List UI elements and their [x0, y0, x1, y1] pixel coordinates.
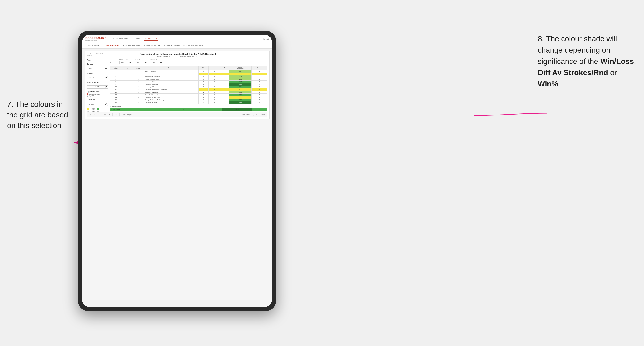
legend-level-circle	[92, 108, 95, 110]
table-row: 6 - 2 Florida State University 4 2 0 1.8…	[110, 78, 268, 80]
col-win: Win	[198, 65, 209, 70]
filters-area: Opponents: Conference (All) Region (	[110, 59, 268, 64]
cell-tie: 0	[220, 91, 229, 93]
cell-win: 3	[198, 101, 209, 104]
nav-teams[interactable]: TEAMS	[132, 37, 142, 41]
pause-btn[interactable]: ⏸	[108, 113, 110, 116]
cell-rounds: 8	[252, 86, 268, 88]
cell-tie: 0	[220, 73, 229, 75]
radio-top-100[interactable]: Top 100	[87, 95, 108, 97]
table-row: 8 - 2 University of Washington 1 0 0 3.6…	[110, 80, 268, 83]
undo-btn[interactable]: ↩	[89, 113, 91, 116]
cell-conf: 1	[132, 93, 144, 96]
tab-team-h2h-heatmap[interactable]: TEAM H2H HEATMAP	[120, 43, 142, 48]
cell-diff: 1.67	[230, 70, 252, 73]
redo-btn[interactable]: ↪	[93, 113, 96, 116]
ood-tie: 0	[206, 108, 222, 111]
clock-btn[interactable]: 🕐	[114, 113, 118, 116]
tab-team-h2h-grid[interactable]: TEAM H2H GRID	[103, 43, 120, 48]
cell-rounds: 2	[252, 83, 268, 86]
cell-conf: 4	[132, 99, 144, 101]
opponent-filter-label: Opponent	[150, 59, 163, 60]
out-of-division-label: Out of division	[110, 106, 268, 108]
school-label: School (Rank)	[87, 81, 108, 83]
opponent-dropdown[interactable]: (All)	[150, 61, 163, 64]
cell-opponent: University of Oklahoma	[144, 96, 198, 99]
radio-group: Opponents Played Top 100	[87, 93, 108, 97]
cell-opponent: Florida State University	[144, 78, 198, 80]
ood-division: NCAA Division II	[110, 108, 176, 111]
cell-win: 3	[198, 96, 209, 99]
table-row: 11 - 6 University of Arkansas, Fayettevi…	[110, 88, 268, 91]
cell-loss: 0	[209, 99, 220, 101]
cell-diff: 5.56	[230, 93, 252, 96]
colour-by-dropdown[interactable]: Win/Loss	[87, 103, 108, 106]
share-btn[interactable]: ↗ Share	[259, 114, 265, 116]
table-row: 12 - 3 University of Virginia 1 0 0 2.33…	[110, 91, 268, 93]
cell-tie: 0	[220, 83, 229, 86]
col-loss: Loss	[209, 65, 220, 70]
opponent-view-label: Opponent View	[87, 91, 108, 93]
legend-up-label: Up	[97, 111, 99, 112]
cell-rank: 11	[110, 88, 122, 91]
arrow-right-icon	[474, 104, 550, 123]
comment-btn[interactable]: 💬	[252, 114, 254, 116]
view-label: View: Original	[122, 114, 132, 116]
cell-opponent: University of Virginia	[144, 91, 198, 93]
h2h-table: #Rank #Reg #Conf Opponent Win Loss Tie D…	[110, 65, 268, 104]
tab-player-h2h-grid[interactable]: PLAYER H2H GRID	[162, 43, 182, 48]
logo-title: SCOREBOARD	[86, 37, 106, 40]
cell-loss: 2	[209, 78, 220, 80]
cell-tie: 0	[220, 99, 229, 101]
cell-win: 5	[198, 75, 209, 78]
copy-btn[interactable]: ⧉	[104, 113, 106, 116]
region-filter: Region (All)	[135, 59, 148, 64]
table-row: 3 - 2 Vanderbilt University 0 4 0 -2.29 …	[110, 73, 268, 75]
cell-loss: 1	[209, 88, 220, 91]
cell-reg: -	[122, 73, 132, 75]
tab-team-summary[interactable]: TEAM SUMMARY	[84, 43, 103, 48]
cell-rounds: 9	[252, 96, 268, 99]
cell-reg: -	[122, 80, 132, 83]
back-btn[interactable]: ↤	[98, 113, 100, 116]
cell-tie: 0	[220, 80, 229, 83]
radio-dot-1	[87, 93, 88, 95]
division-dropdown[interactable]: NCAA Division I	[87, 76, 108, 79]
conference-filter-label: Conference	[120, 59, 132, 60]
annotation-right-bold3: Win%	[538, 80, 558, 88]
cell-rank: 14	[110, 96, 122, 99]
table-row: 15 - 4 Georgia Institute of Technology 5…	[110, 99, 268, 101]
radio-opponents-played[interactable]: Opponents Played	[87, 93, 108, 95]
region-dropdown[interactable]: (All)	[135, 61, 148, 64]
tab-player-summary[interactable]: PLAYER SUMMARY	[142, 43, 162, 48]
table-row: 4 - 1 Arizona State University 5 1 0 2.2…	[110, 75, 268, 78]
cell-rounds: 12	[252, 78, 268, 80]
cell-conf: 3	[132, 91, 144, 93]
table-row: 13 - 1 Texas Tech University 3 0 0 5.56 …	[110, 93, 268, 96]
cell-win: 1	[198, 80, 209, 83]
cell-win: 2	[198, 70, 209, 73]
report-title: University of North Carolina Head-to-Hea…	[103, 53, 253, 55]
cell-opponent: University of Arkansas, Fayetteville	[144, 88, 198, 91]
legend-down-label: Down	[87, 111, 90, 112]
cell-opponent: Georgia Institute of Technology	[144, 99, 198, 101]
conference-dropdown[interactable]: (All)	[120, 61, 132, 64]
gender-dropdown[interactable]: Men's	[87, 67, 108, 70]
cell-rank: 10	[110, 86, 122, 88]
share-network-btn[interactable]: ⌗	[256, 114, 257, 116]
nav-committee[interactable]: COMMITTEE	[144, 37, 159, 41]
tab-player-h2h-heatmap[interactable]: PLAYER H2H HEATMAP	[182, 43, 205, 48]
tablet-screen: SCOREBOARD Powered by clippd TOURNAMENTS…	[82, 35, 272, 307]
cell-tie: 0	[220, 86, 229, 88]
cell-rank: 2	[110, 70, 122, 73]
division-label: Division	[87, 72, 108, 74]
school-dropdown[interactable]: 1. University of Nort...	[87, 85, 108, 89]
sign-out-link[interactable]: Sign out	[262, 38, 269, 40]
nav-tournaments[interactable]: TOURNAMENTS	[112, 37, 129, 41]
legend-down: Down	[87, 108, 90, 112]
cell-diff: 4.50	[230, 99, 252, 101]
legend-up: Up	[97, 108, 99, 112]
watch-btn[interactable]: 👁 Watch ▼	[242, 114, 251, 116]
toolbar-right: 👁 Watch ▼ 💬 ⌗ ↗ Share	[242, 114, 265, 116]
col-reg: #Reg	[122, 65, 132, 70]
